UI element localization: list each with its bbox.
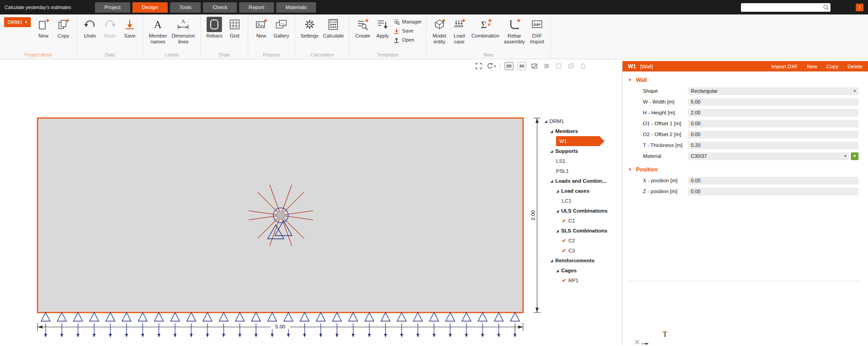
section-wall[interactable]: ▼Wall [623, 74, 868, 85]
rotate-view-icon[interactable]: ▾ [487, 62, 496, 70]
ribbon-group-label: Templates [349, 52, 425, 57]
tree-item-sls-combinations[interactable]: ◢SLS Combinations [542, 226, 622, 236]
solid-view-icon[interactable] [542, 62, 551, 70]
chevron-down-icon[interactable]: ▾ [494, 64, 496, 68]
fit-view-icon[interactable] [475, 62, 483, 70]
ribbon-button-rebar-assembly[interactable]: Rebarassembly [503, 16, 526, 45]
expander-icon[interactable]: ◢ [550, 259, 553, 263]
annotation-view-icon[interactable] [530, 62, 538, 70]
notification-icon[interactable]: ! [856, 4, 863, 11]
o1-offset-1-m-input[interactable]: 0.00 [688, 120, 859, 128]
tree-item-w1[interactable]: W1 [556, 136, 599, 146]
tree-item-label: Load cases [561, 188, 590, 194]
checkbox-checked-icon[interactable]: ✔ [562, 278, 566, 284]
view-toolbar: ▾2D3D [475, 62, 587, 70]
ribbon-group-templates: CreateApplyManagerSaveOpenTemplates [349, 14, 426, 59]
ribbon-button-settings[interactable]: Settings [299, 16, 320, 39]
ribbon-button-new[interactable]: New [252, 16, 270, 39]
tree-item-ls1[interactable]: LS1 [542, 156, 622, 166]
ribbon-button-rebars[interactable]: Rebars [205, 16, 223, 39]
ribbon-button-redo[interactable]: Redo [101, 16, 119, 39]
diagram-t-label: T [663, 330, 667, 338]
tree-item-supports[interactable]: ◢Supports [542, 146, 622, 156]
ribbon-button-new[interactable]: New [34, 16, 52, 39]
expander-icon[interactable]: ◢ [556, 209, 559, 213]
tab-materials[interactable]: Materials [276, 2, 316, 13]
ribbon-button-model-entity[interactable]: Modelentity [430, 16, 448, 45]
shape-dropdown[interactable]: Rectangular▾ [688, 87, 859, 95]
props-delete-button[interactable]: Delete [848, 64, 863, 69]
ribbon-button-create[interactable]: Create [354, 16, 372, 39]
ribbon-button-gallery[interactable]: Gallery [272, 16, 291, 39]
expander-icon[interactable]: ◢ [550, 129, 553, 133]
tree-item-reinforcements[interactable]: ◢Reinforcements [542, 256, 622, 265]
tree-item-load-cases[interactable]: ◢Load cases [542, 186, 622, 196]
tab-tools[interactable]: Tools [170, 2, 201, 13]
expander-icon[interactable]: ◢ [544, 119, 547, 123]
ribbon: DRM1▾NewCopyProject itemsUndoRedoSaveDat… [0, 14, 868, 59]
h-height-m-input[interactable]: 2.00 [688, 109, 859, 117]
o2-offset-2-m-input[interactable]: 0.00 [688, 131, 859, 138]
expander-icon[interactable]: ◢ [556, 269, 559, 273]
ribbon-button-manager[interactable]: Manager [393, 18, 421, 25]
ribbon-button-member-names[interactable]: AMembernames [147, 16, 168, 45]
tree-item-rp1[interactable]: ✔RP1 [542, 275, 622, 285]
checkbox-checked-icon[interactable]: ✔ [562, 248, 566, 254]
ribbon-button-save[interactable]: Save [393, 27, 421, 34]
ribbon-button-apply[interactable]: Apply [373, 16, 392, 39]
tree-item-psl1[interactable]: PSL1 [542, 166, 622, 176]
material-dropdown[interactable]: C30/37▾ [688, 152, 849, 160]
ribbon-button-copy[interactable]: Copy [54, 16, 72, 39]
material-edit-button[interactable]: + [851, 152, 859, 160]
selected-object-type: [Wall] [640, 64, 653, 69]
search-input[interactable] [741, 5, 823, 10]
ribbon-button-combination[interactable]: ΣCombination [470, 16, 501, 39]
ribbon-button-grid[interactable]: Grid [226, 16, 244, 39]
tree-item-members[interactable]: ◢Members [542, 126, 622, 136]
props-copy-button[interactable]: Copy [826, 64, 839, 69]
ribbon-button-undo[interactable]: Undo [81, 16, 99, 39]
section-position[interactable]: ▼Position [623, 164, 868, 175]
tab-design[interactable]: Design [132, 2, 168, 13]
w-width-m-input[interactable]: 5.00 [688, 98, 859, 106]
view-3d-icon[interactable]: 3D [518, 62, 527, 70]
expander-icon[interactable]: ◢ [550, 149, 553, 153]
canvas-scene[interactable]: 5.002.00 [0, 59, 622, 346]
checkbox-checked-icon[interactable]: ✔ [562, 238, 566, 244]
expander-icon[interactable]: ◢ [556, 189, 559, 193]
tree-item-c1[interactable]: ✔C1 [542, 216, 622, 226]
wireframe-view-icon[interactable] [555, 62, 563, 70]
tree-item-loads-and-combin[interactable]: ◢Loads and Combin... [542, 176, 622, 186]
section-view-icon[interactable] [567, 62, 575, 70]
x-position-m-input[interactable]: 0.00 [688, 177, 859, 185]
view-2d-icon[interactable]: 2D [505, 62, 514, 70]
tab-project[interactable]: Project [95, 2, 130, 13]
tree-item-c3[interactable]: ✔C3 [542, 246, 622, 256]
ribbon-button-open[interactable]: Open [393, 36, 421, 43]
section-collapse-icon[interactable]: ▼ [628, 78, 632, 82]
ribbon-button-dimension-lines[interactable]: ADimensionlines [170, 16, 196, 45]
home-view-icon[interactable] [579, 62, 587, 70]
ribbon-button-save[interactable]: Save [121, 16, 139, 39]
ribbon-button-dxf-import[interactable]: DXFDXFImport [528, 16, 546, 45]
tree-item-uls-combinations[interactable]: ◢ULS Combinations [542, 206, 622, 216]
search-box[interactable] [741, 3, 830, 12]
z-position-m-input[interactable]: 0.00 [688, 188, 859, 195]
tab-report[interactable]: Report [239, 2, 274, 13]
tree-item-c2[interactable]: ✔C2 [542, 236, 622, 246]
expander-icon[interactable]: ◢ [550, 179, 553, 183]
t-thickness-m-input[interactable]: 0.20 [688, 142, 859, 149]
checkbox-checked-icon[interactable]: ✔ [562, 218, 566, 224]
tree-item-lc1[interactable]: LC1 [542, 196, 622, 206]
tree-item-drm1[interactable]: ◢DRM1 [542, 116, 622, 126]
tab-check[interactable]: Check [203, 2, 237, 13]
canvas-viewport[interactable]: 5.002.00 ▾2D3D ◢DRM1◢MembersW1◢SupportsL… [0, 59, 622, 346]
expander-icon[interactable]: ◢ [556, 229, 559, 233]
project-selector[interactable]: DRM1▾ [4, 17, 31, 27]
ribbon-button-calculate[interactable]: Calculate [322, 16, 345, 39]
props-import-dxf-button[interactable]: Import DXF [771, 64, 798, 69]
props-new-button[interactable]: New [807, 64, 817, 69]
ribbon-button-load-case[interactable]: Loadcase [450, 16, 468, 45]
section-collapse-icon[interactable]: ▼ [628, 167, 632, 172]
tree-item-cages[interactable]: ◢Cages [542, 265, 622, 275]
